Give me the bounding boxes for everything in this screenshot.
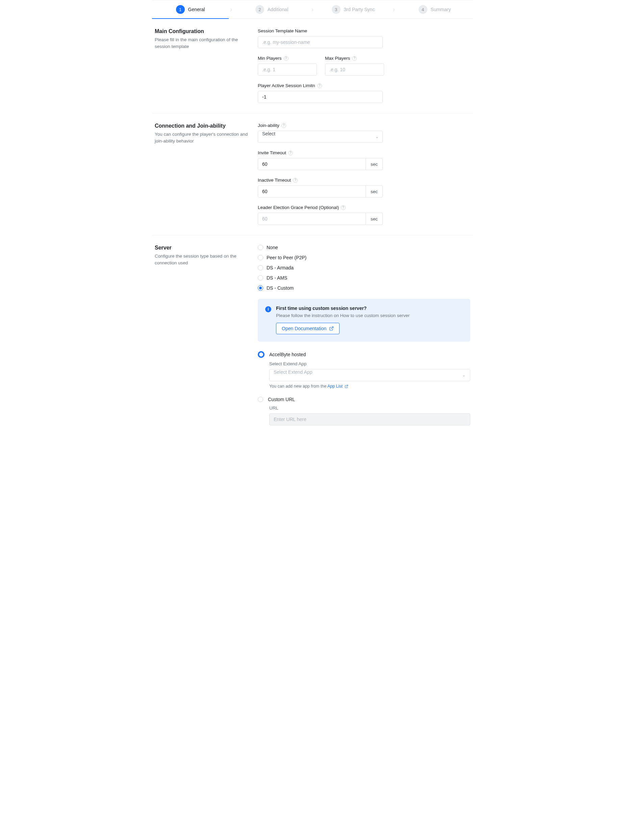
radio-label: AccelByte hosted	[269, 352, 306, 357]
info-icon: i	[265, 306, 271, 312]
server-type-ds-armada[interactable]: DS - Armada	[258, 265, 470, 270]
step-number: 4	[418, 5, 428, 14]
step-label: Additional	[267, 7, 289, 12]
step-label: Summary	[431, 7, 451, 12]
step-number: 2	[255, 5, 264, 14]
server-type-radio-group: None Peer to Peer (P2P) DS - Armada DS -…	[258, 245, 470, 291]
label-text: Join-ability	[258, 123, 279, 128]
section-title: Connection and Join-ability	[155, 123, 250, 129]
section-title: Server	[155, 245, 250, 251]
inactive-timeout-input[interactable]	[258, 185, 366, 197]
field-label: Player Active Session Limitn ?	[258, 83, 470, 88]
field-label: Inactive Timeout ?	[258, 178, 470, 183]
radio-icon	[258, 245, 263, 250]
server-type-ds-custom[interactable]: DS - Custom	[258, 285, 470, 291]
external-link-icon	[345, 384, 348, 388]
step-number: 3	[332, 5, 340, 14]
step-summary[interactable]: 4 Summary	[396, 0, 473, 19]
max-players-input[interactable]	[325, 64, 384, 76]
step-label: General	[188, 7, 205, 12]
field-label: Min Players ?	[258, 56, 317, 61]
field-label: Session Template Name	[258, 28, 470, 33]
server-type-p2p[interactable]: Peer to Peer (P2P)	[258, 255, 470, 260]
help-icon[interactable]: ?	[341, 205, 346, 210]
info-box: i First time using custom session server…	[258, 299, 470, 342]
section-description: Configure the session type based on the …	[155, 253, 250, 267]
server-type-none[interactable]: None	[258, 245, 470, 250]
field-label: Join-ability ?	[258, 123, 470, 128]
radio-icon	[258, 285, 263, 291]
extend-app-select[interactable]: Select Extend App	[269, 369, 470, 381]
section-server: Server Configure the session type based …	[152, 235, 473, 444]
help-icon[interactable]: ?	[288, 150, 293, 155]
help-icon[interactable]: ?	[293, 178, 298, 183]
radio-icon	[258, 255, 263, 260]
helper-prefix: You can add new app from the	[269, 384, 327, 389]
radio-label: Peer to Peer (P2P)	[267, 255, 306, 260]
open-documentation-button[interactable]: Open Documentation	[276, 323, 339, 334]
radio-icon	[258, 275, 263, 281]
section-title: Main Configuration	[155, 28, 250, 34]
radio-icon[interactable]	[258, 397, 263, 402]
label-text: Player Active Session Limitn	[258, 83, 315, 88]
chevron-right-icon: ›	[392, 6, 396, 13]
label-text: Min Players	[258, 56, 282, 61]
custom-url-input	[269, 413, 470, 425]
field-label: Invite Timeout ?	[258, 150, 470, 155]
server-type-ds-ams[interactable]: DS - AMS	[258, 275, 470, 281]
section-description: Please fill in the main configuration of…	[155, 36, 250, 50]
unit-label: sec	[366, 185, 383, 197]
unit-label: sec	[366, 158, 383, 170]
field-label: Select Extend App	[269, 361, 470, 366]
svg-line-1	[346, 385, 348, 387]
svg-line-0	[331, 327, 333, 329]
radio-label: DS - Custom	[267, 285, 294, 291]
info-text: Please follow the instruction on How to …	[276, 313, 409, 318]
joinability-select[interactable]: Select	[258, 131, 383, 143]
field-label: Leader Election Grace Period (Optional) …	[258, 205, 470, 210]
leader-grace-input[interactable]	[258, 213, 366, 225]
radio-label: None	[267, 245, 278, 250]
info-title: First time using custom session server?	[276, 305, 409, 311]
field-label: Max Players ?	[325, 56, 384, 61]
step-number: 1	[176, 5, 185, 14]
step-label: 3rd Party Sync	[344, 7, 375, 12]
button-label: Open Documentation	[282, 326, 326, 331]
section-main-config: Main Configuration Please fill in the ma…	[152, 19, 473, 113]
help-icon[interactable]: ?	[281, 123, 286, 128]
label-text: Leader Election Grace Period (Optional)	[258, 205, 339, 210]
chevron-right-icon: ›	[229, 6, 233, 13]
invite-timeout-input[interactable]	[258, 158, 366, 170]
radio-label: DS - Armada	[267, 265, 294, 270]
link-text: App List	[327, 384, 342, 389]
active-session-limit-input[interactable]	[258, 91, 383, 103]
label-text: Invite Timeout	[258, 150, 286, 155]
help-icon[interactable]: ?	[284, 56, 289, 61]
step-3rd-party-sync[interactable]: 3 3rd Party Sync	[315, 0, 392, 19]
session-template-name-input[interactable]	[258, 36, 383, 48]
field-label: URL	[269, 406, 470, 411]
step-general[interactable]: 1 General	[152, 0, 229, 19]
app-list-link[interactable]: App List	[327, 384, 348, 389]
help-icon[interactable]: ?	[352, 56, 357, 61]
section-connection: Connection and Join-ability You can conf…	[152, 113, 473, 235]
label-text: Inactive Timeout	[258, 178, 291, 183]
radio-icon[interactable]	[258, 351, 264, 358]
radio-label: Custom URL	[268, 397, 295, 402]
section-description: You can configure the player's connectio…	[155, 131, 250, 145]
unit-label: sec	[366, 213, 383, 225]
label-text: Max Players	[325, 56, 350, 61]
label-text: Session Template Name	[258, 28, 307, 33]
radio-icon	[258, 265, 263, 270]
radio-label: DS - AMS	[267, 275, 287, 281]
step-additional[interactable]: 2 Additional	[233, 0, 310, 19]
wizard-stepper: 1 General › 2 Additional › 3 3rd Party S…	[152, 0, 473, 19]
external-link-icon	[329, 326, 334, 331]
host-custom-url-block: Custom URL URL	[258, 397, 470, 425]
host-accelbyte-block: AccelByte hosted Select Extend App Selec…	[258, 351, 470, 389]
help-icon[interactable]: ?	[317, 84, 322, 88]
min-players-input[interactable]	[258, 64, 317, 76]
helper-text: You can add new app from the App List	[269, 384, 470, 389]
chevron-right-icon: ›	[310, 6, 315, 13]
